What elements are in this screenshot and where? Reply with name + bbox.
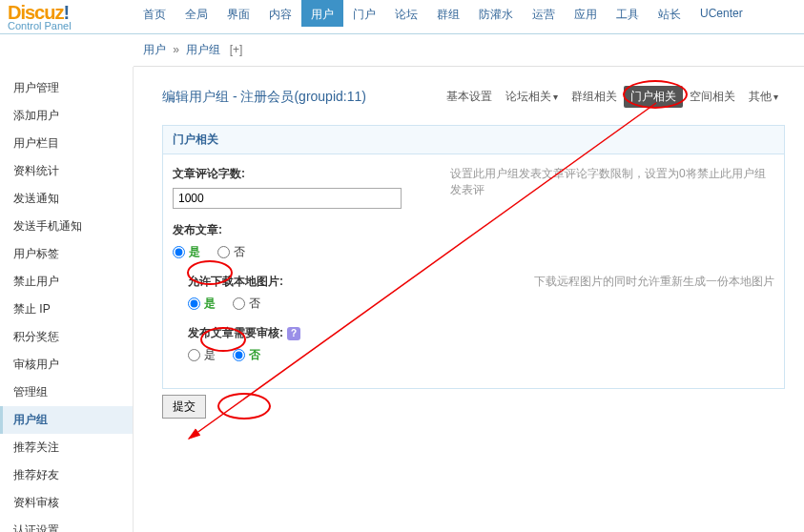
radio-download-yes[interactable]: 是 <box>188 296 216 312</box>
radio-publish-yes-input[interactable] <box>173 246 185 258</box>
chevron-down-icon: ▾ <box>773 92 778 102</box>
sidebar-item-12[interactable]: 用户组 <box>0 406 133 434</box>
topnav-item-6[interactable]: 论坛 <box>385 0 427 27</box>
sidebar-item-13[interactable]: 推荐关注 <box>0 434 133 461</box>
sidebar-item-5[interactable]: 发送手机通知 <box>0 213 133 240</box>
radio-audit-yes-input[interactable] <box>188 349 200 361</box>
radio-download-yes-input[interactable] <box>188 297 200 310</box>
topnav-item-10[interactable]: 应用 <box>565 0 607 27</box>
section-header: 门户相关 <box>163 126 784 154</box>
topnav-item-12[interactable]: 站长 <box>649 0 691 27</box>
breadcrumb-b[interactable]: 用户组 <box>186 43 220 56</box>
tab-0[interactable]: 基本设置 <box>440 86 499 108</box>
input-comment-limit[interactable] <box>173 188 402 209</box>
sidebar-item-2[interactable]: 用户栏目 <box>0 130 133 157</box>
logo: Discuz! Control Panel <box>0 0 134 33</box>
main-content: 编辑用户组 - 注册会员(groupid:11) 基本设置论坛相关▾群组相关门户… <box>134 67 804 532</box>
radio-publish-no-input[interactable] <box>217 246 230 258</box>
radio-publish-no[interactable]: 否 <box>217 244 245 260</box>
radio-publish-yes[interactable]: 是 <box>173 244 200 260</box>
label-publish: 发布文章: <box>173 222 774 238</box>
topnav-item-11[interactable]: 工具 <box>607 0 649 27</box>
tabs: 基本设置论坛相关▾群组相关门户相关空间相关其他▾ <box>440 86 785 108</box>
row-publish: 发布文章: 是 否 <box>173 222 774 260</box>
breadcrumb: 用户 » 用户组 [+] <box>134 34 804 67</box>
section-box: 门户相关 设置此用户组发表文章评论字数限制，设置为0将禁止此用户组发表评 文章评… <box>162 125 785 389</box>
radio-download-no-input[interactable] <box>233 297 245 310</box>
help-icon[interactable]: ? <box>287 327 300 340</box>
page-title: 编辑用户组 - 注册会员(groupid:11) <box>162 89 366 106</box>
submit-button[interactable]: 提交 <box>162 395 206 419</box>
sidebar-item-14[interactable]: 推荐好友 <box>0 461 133 489</box>
hint-download-img: 下载远程图片的同时允许重新生成一份本地图片 <box>534 274 774 290</box>
breadcrumb-plus[interactable]: [+] <box>230 43 243 56</box>
radio-audit-no-input[interactable] <box>233 349 245 361</box>
sidebar-item-4[interactable]: 发送通知 <box>0 185 133 213</box>
tab-3[interactable]: 门户相关 <box>624 86 683 108</box>
topnav-item-8[interactable]: 防灌水 <box>469 0 523 27</box>
sidebar-item-6[interactable]: 用户标签 <box>0 240 133 268</box>
sidebar-item-15[interactable]: 资料审核 <box>0 489 133 517</box>
hint-comment-limit: 设置此用户组发表文章评论字数限制，设置为0将禁止此用户组发表评 <box>450 166 774 198</box>
sidebar-item-9[interactable]: 积分奖惩 <box>0 323 133 351</box>
topnav-item-9[interactable]: 运营 <box>523 0 565 27</box>
breadcrumb-a[interactable]: 用户 <box>143 43 166 56</box>
topnav-item-0[interactable]: 首页 <box>134 0 175 27</box>
topnav-item-4[interactable]: 用户 <box>301 0 343 27</box>
row-comment-limit: 设置此用户组发表文章评论字数限制，设置为0将禁止此用户组发表评 文章评论字数: <box>173 166 774 209</box>
sidebar-item-16[interactable]: 认证设置 <box>0 517 133 532</box>
topnav-item-1[interactable]: 全局 <box>175 0 217 27</box>
tab-2[interactable]: 群组相关 <box>565 86 624 108</box>
radio-audit-no[interactable]: 否 <box>233 347 260 363</box>
sidebar-item-3[interactable]: 资料统计 <box>0 157 133 185</box>
row-audit: 发布文章需要审核:? 是 否 <box>188 325 774 363</box>
sidebar-item-11[interactable]: 管理组 <box>0 379 133 406</box>
top-nav: 首页全局界面内容用户门户论坛群组防灌水运营应用工具站长UCenter <box>134 0 752 27</box>
topnav-item-7[interactable]: 群组 <box>427 0 469 27</box>
topnav-item-13[interactable]: UCenter <box>691 0 752 27</box>
sidebar-item-7[interactable]: 禁止用户 <box>0 268 133 296</box>
chevron-down-icon: ▾ <box>553 92 558 102</box>
tab-1[interactable]: 论坛相关▾ <box>499 86 565 108</box>
sidebar-item-10[interactable]: 审核用户 <box>0 351 133 379</box>
radio-audit-yes[interactable]: 是 <box>188 347 216 363</box>
sidebar-item-1[interactable]: 添加用户 <box>0 102 133 130</box>
radio-download-no[interactable]: 否 <box>233 296 260 312</box>
tab-5[interactable]: 其他▾ <box>742 86 785 108</box>
row-download-img: 下载远程图片的同时允许重新生成一份本地图片 允许下载本地图片: 是 否 <box>188 274 774 312</box>
topnav-item-5[interactable]: 门户 <box>343 0 385 27</box>
logo-sub: Control Panel <box>8 20 126 31</box>
topnav-item-2[interactable]: 界面 <box>217 0 259 27</box>
sidebar-item-0[interactable]: 用户管理 <box>0 74 133 102</box>
sidebar-item-8[interactable]: 禁止 IP <box>0 296 133 323</box>
label-audit: 发布文章需要审核:? <box>188 325 774 341</box>
sidebar: 用户管理添加用户用户栏目资料统计发送通知发送手机通知用户标签禁止用户禁止 IP积… <box>0 67 134 532</box>
topnav-item-3[interactable]: 内容 <box>259 0 301 27</box>
breadcrumb-sep: » <box>173 43 179 56</box>
tab-4[interactable]: 空间相关 <box>683 86 742 108</box>
